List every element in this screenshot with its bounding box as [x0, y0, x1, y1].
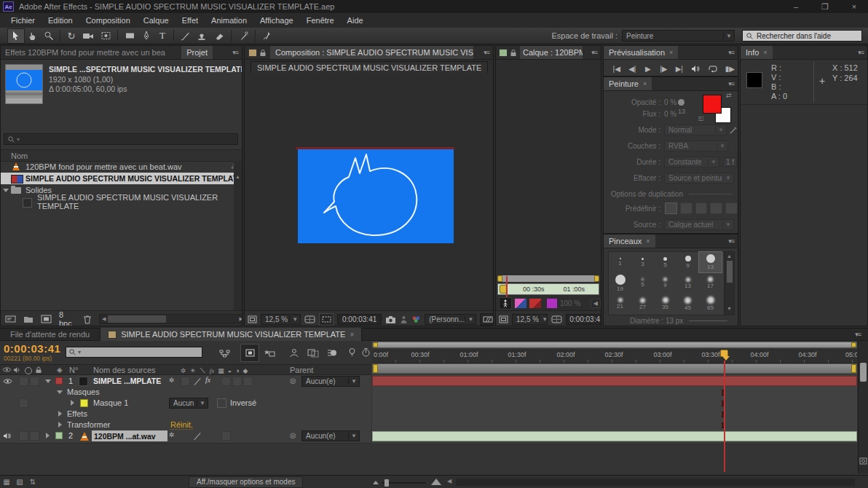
rotation-tool-icon[interactable]: ↻ — [63, 29, 79, 43]
eye-column-icon[interactable] — [2, 366, 12, 373]
mask-mode-dropdown[interactable]: Aucun▼ — [169, 398, 208, 409]
pan-behind-tool-icon[interactable] — [97, 29, 114, 43]
work-area-start-handle[interactable] — [373, 364, 378, 373]
brush-soft-13[interactable]: 13 — [676, 273, 699, 294]
time-navigator-bar[interactable] — [372, 342, 857, 348]
tab-timeline-comp[interactable]: SIMPLE AUDIO SPECTRUM MUSIC VISUALIZER T… — [100, 328, 362, 341]
panel-menu-icon[interactable]: ▾≡ — [480, 49, 493, 56]
expander-closed-icon[interactable] — [58, 411, 62, 417]
last-frame-button[interactable]: ▶| — [672, 65, 687, 73]
flow-value[interactable]: 0 % — [664, 110, 676, 118]
scroll-left-icon[interactable]: ◀ — [447, 478, 451, 484]
timeline-timecode[interactable]: 0:00:03:41 — [4, 342, 60, 355]
viewer-tab[interactable]: SIMPLE AUDIO SPECTRUM MUSIC VISUALIZER T… — [250, 61, 488, 74]
source-dropdown[interactable]: Calque actuel▼ — [664, 219, 734, 230]
always-preview-icon[interactable] — [499, 315, 508, 323]
solo-column-icon[interactable] — [25, 367, 32, 374]
eyedropper-icon[interactable] — [730, 126, 738, 134]
close-tab-icon[interactable]: × — [763, 49, 767, 56]
solo-switch[interactable] — [19, 431, 28, 441]
menu-edition[interactable]: Edition — [42, 16, 79, 25]
transparency-icon[interactable] — [499, 297, 512, 310]
opacity-value[interactable]: 0 % — [664, 98, 676, 106]
pickwhip-icon[interactable]: ◎ — [290, 377, 296, 385]
project-item-comp-selected[interactable]: SIMPLE AUDIO SPECTRUM MUSIC VISUALIZER T… — [1, 173, 234, 184]
tab-peinture[interactable]: Peinture× — [604, 77, 652, 90]
close-tab-icon[interactable]: × — [669, 49, 673, 56]
layer1-duration-bar[interactable] — [372, 376, 857, 386]
region-of-interest-icon[interactable] — [319, 313, 334, 326]
swap-colors-icon[interactable]: ⇄ — [726, 92, 732, 99]
project-search-input[interactable]: ▾ — [4, 133, 238, 145]
text-tool-icon[interactable]: T — [154, 29, 170, 43]
previous-frame-button[interactable]: ◀| — [626, 65, 640, 73]
erase-dropdown[interactable]: Source et peinture d...▼ — [664, 173, 734, 184]
timeline-search-input[interactable]: ▾ — [66, 347, 202, 358]
channels-dropdown[interactable]: RVBA▼ — [664, 141, 728, 151]
interpret-footage-icon[interactable] — [5, 315, 16, 323]
expand-layer-switches-icon[interactable]: ▦ — [0, 478, 13, 486]
brush-1[interactable]: 1 — [609, 252, 631, 272]
timeline-zoom-slider-thumb[interactable] — [384, 479, 389, 487]
new-composition-icon[interactable] — [41, 315, 52, 323]
timeline-hscrollbar[interactable] — [456, 479, 855, 486]
scroll-left-icon[interactable]: ◀ — [591, 299, 601, 308]
clone-stamp-tool-icon[interactable] — [193, 29, 210, 43]
switch-cell[interactable] — [221, 377, 231, 386]
menu-animation[interactable]: Animation — [205, 16, 253, 25]
tab-composition[interactable]: Composition : SIMPLE AUDIO SPECTRUM MUSI… — [270, 46, 473, 59]
inverted-checkbox[interactable] — [217, 398, 226, 408]
eraser-tool-icon[interactable] — [210, 29, 228, 43]
scroll-thumb[interactable] — [860, 363, 867, 382]
roto-brush-tool-icon[interactable] — [234, 29, 252, 43]
brush-soft-21[interactable]: 21 — [609, 294, 631, 314]
live-update-icon[interactable] — [261, 345, 278, 360]
project-item-audio[interactable]: 120BPM fond pour mettre avec un beat.wav… — [1, 161, 242, 173]
lock-column-icon[interactable] — [35, 366, 42, 374]
audio-mute-button[interactable] — [688, 65, 703, 73]
ram-preview-button[interactable]: ▮▶ — [722, 65, 738, 73]
expander-closed-icon[interactable] — [46, 433, 50, 438]
snapshot-camera-icon[interactable] — [385, 315, 396, 323]
brush-diameter-slider[interactable] — [689, 320, 727, 321]
safe-margins-icon[interactable] — [551, 315, 562, 323]
layer-name-selected[interactable]: 120BPM ...at.wav — [92, 430, 167, 441]
switch-cell[interactable] — [232, 377, 242, 386]
clone-preset-5[interactable] — [725, 202, 738, 214]
safe-margins-icon[interactable] — [304, 315, 315, 323]
menu-calque[interactable]: Calque — [137, 16, 175, 25]
lock-switch[interactable] — [30, 377, 39, 386]
panel-menu-icon[interactable]: ▾≡ — [588, 49, 601, 56]
foreground-color-swatch[interactable] — [703, 95, 722, 114]
comp-viewport[interactable] — [245, 73, 493, 310]
switch-cell[interactable] — [243, 377, 253, 386]
layer-row-1[interactable]: 1 SIMPLE ...MPLATE ✲ ／ fx ◎ Aucun(e)▼ — [0, 376, 371, 387]
panel-menu-icon[interactable]: ▾≡ — [854, 49, 867, 56]
layer2-audio-bar[interactable] — [372, 431, 857, 441]
audio-column-icon[interactable] — [13, 366, 21, 374]
close-tab-icon[interactable]: × — [643, 80, 647, 87]
scroll-down-icon[interactable]: ▼ — [727, 306, 732, 311]
work-area-bar[interactable] — [372, 363, 857, 374]
layer-row-2[interactable]: 2 120BPM ...at.wav ✲ ／ ◎ Aucun(e)▼ — [0, 430, 371, 441]
help-search-input[interactable]: Rechercher dans l'aide — [742, 30, 862, 42]
brush-soft-45[interactable]: 45 — [676, 294, 699, 314]
column-source[interactable]: Nom des sources — [93, 366, 156, 374]
menu-effet[interactable]: Effet — [175, 16, 205, 25]
tab-render-queue[interactable]: File d'attente de rendu — [0, 330, 100, 339]
brush-tool-icon[interactable] — [177, 29, 193, 43]
duration-dropdown[interactable]: Constante▼ — [664, 157, 719, 168]
audio-icon[interactable] — [3, 432, 12, 440]
navigator-start-handle[interactable] — [497, 275, 502, 282]
next-frame-button[interactable]: |▶ — [657, 65, 671, 73]
tab-calque[interactable]: Calque : 120BPM — [520, 46, 583, 59]
panel-menu-icon[interactable]: ▾≡ — [725, 237, 738, 245]
brush-19[interactable]: 19 — [609, 273, 631, 294]
parent-dropdown[interactable]: Aucun(e)▼ — [301, 430, 360, 441]
expander-open-icon[interactable] — [45, 379, 51, 383]
rectangle-tool-icon[interactable] — [121, 29, 138, 43]
show-snapshot-icon[interactable] — [400, 315, 408, 323]
puppet-pin-tool-icon[interactable] — [259, 29, 276, 43]
toggle-switches-modes-button[interactable]: Aff./masquer options et modes — [189, 476, 303, 488]
auto-keyframe-icon[interactable] — [360, 345, 371, 360]
